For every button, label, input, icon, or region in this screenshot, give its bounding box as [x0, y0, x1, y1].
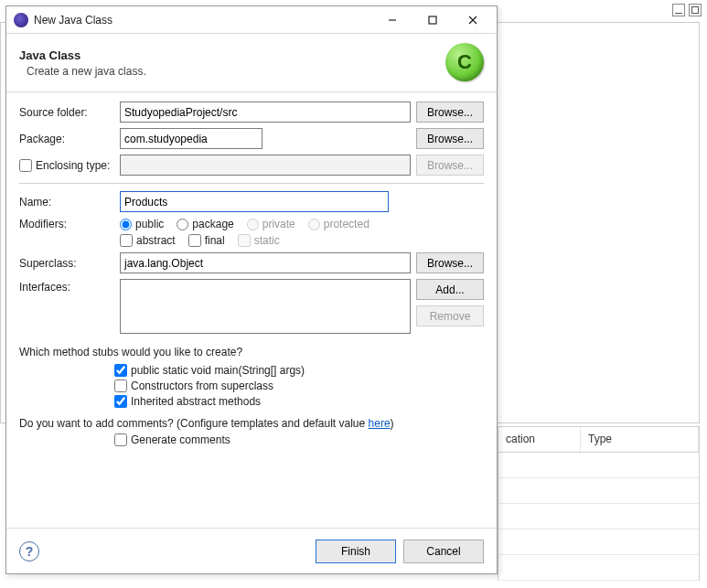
name-label: Name: [19, 196, 114, 208]
comments-question: Do you want to add comments? (Configure … [19, 417, 394, 430]
banner-heading: Java Class [19, 48, 146, 62]
superclass-browse-button[interactable]: Browse... [416, 252, 484, 273]
finish-button[interactable]: Finish [316, 540, 396, 563]
cancel-button[interactable]: Cancel [403, 540, 484, 563]
dialog-banner: Java Class Create a new java class. C [6, 34, 497, 92]
bg-minimize-button[interactable] [672, 4, 685, 16]
dialog-title: New Java Class [34, 14, 372, 27]
help-button[interactable]: ? [19, 541, 39, 561]
bg-maximize-button[interactable] [689, 4, 702, 16]
package-input[interactable] [120, 128, 262, 149]
enclosing-type-input [120, 155, 411, 176]
superclass-input[interactable] [120, 252, 411, 273]
separator [19, 183, 484, 184]
source-folder-input[interactable] [120, 102, 411, 123]
package-label: Package: [19, 133, 114, 145]
table-row [498, 478, 699, 504]
table-row [498, 529, 699, 555]
stub-inherited-checkbox[interactable]: Inherited abstract methods [114, 395, 484, 408]
modifier-static-checkbox: static [238, 234, 280, 247]
generate-comments-checkbox[interactable]: Generate comments [114, 433, 484, 446]
svg-rect-1 [429, 16, 436, 24]
eclipse-icon [14, 13, 28, 27]
new-java-class-dialog: New Java Class Java Class Create a new j… [5, 5, 498, 574]
modifier-protected-radio: protected [308, 218, 370, 230]
maximize-button[interactable] [412, 7, 453, 33]
bg-table-col-type[interactable]: Type [581, 427, 699, 452]
table-row [498, 504, 699, 529]
name-input[interactable] [120, 191, 389, 212]
stub-main-checkbox[interactable]: public static void main(String[] args) [114, 364, 484, 377]
modifier-package-radio[interactable]: package [177, 218, 233, 230]
table-row [498, 555, 699, 581]
enclosing-type-checkbox[interactable]: Enclosing type: [19, 159, 114, 172]
table-row [498, 453, 699, 478]
banner-sub: Create a new java class. [19, 65, 146, 78]
stubs-question: Which method stubs would you like to cre… [19, 346, 484, 358]
class-icon: C [445, 43, 484, 81]
close-button[interactable] [453, 7, 493, 33]
modifier-private-radio: private [247, 218, 295, 230]
minimize-button[interactable] [372, 7, 412, 33]
bg-table-col-location[interactable]: cation [498, 427, 581, 452]
interfaces-label: Interfaces: [19, 279, 114, 294]
enclosing-type-browse-button: Browse... [416, 155, 484, 176]
configure-templates-link[interactable]: here [369, 417, 391, 430]
modifiers-label: Modifiers: [19, 218, 114, 230]
modifier-abstract-checkbox[interactable]: abstract [120, 234, 176, 247]
package-browse-button[interactable]: Browse... [416, 128, 484, 149]
interfaces-add-button[interactable]: Add... [416, 279, 484, 300]
stub-constructors-checkbox[interactable]: Constructors from superclass [114, 380, 484, 392]
modifier-final-checkbox[interactable]: final [188, 234, 225, 247]
superclass-label: Superclass: [19, 257, 114, 270]
dialog-titlebar: New Java Class [6, 6, 497, 34]
interfaces-remove-button: Remove [416, 305, 484, 326]
source-folder-label: Source folder: [19, 106, 114, 119]
modifier-public-radio[interactable]: public [120, 218, 164, 230]
source-folder-browse-button[interactable]: Browse... [416, 102, 484, 123]
bg-table: cation Type [498, 426, 700, 581]
interfaces-list[interactable] [120, 279, 411, 334]
